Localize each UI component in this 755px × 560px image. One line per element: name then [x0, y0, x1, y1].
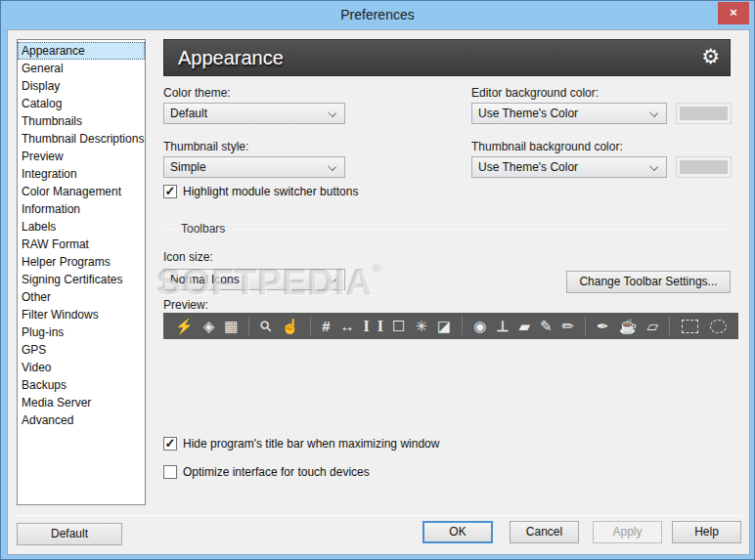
crop-icon: # — [322, 319, 330, 333]
fill-bucket-icon: ☕ — [619, 319, 638, 333]
sidebar-item-signing-certificates[interactable]: Signing Certificates — [18, 271, 145, 288]
add-brush-icon: ✏ — [562, 319, 575, 333]
sidebar-item-appearance[interactable]: Appearance — [18, 42, 145, 60]
preview-toolbar: ⚡◈▦⚲☝#↔II☐✳◪◉⊥▰✎✏✒☕▱ — [163, 313, 738, 339]
hide-titlebar-checkbox[interactable]: ✓ Hide program's title bar when maximizi… — [163, 437, 439, 451]
sidebar-item-media-server[interactable]: Media Server — [18, 394, 145, 411]
thumbnail-style-value: Simple — [170, 160, 206, 174]
heal-brush-icon: ✎ — [540, 319, 553, 333]
divider-line — [163, 229, 175, 230]
preferences-window: Preferences × AppearanceGeneralDisplayCa… — [0, 0, 755, 560]
paint-brush-icon: ✒ — [597, 319, 609, 333]
selection-handles-icon: ☐ — [392, 319, 405, 333]
chevron-down-icon — [649, 162, 658, 171]
optimize-touch-checkbox[interactable]: Optimize interface for touch devices — [163, 465, 370, 479]
change-toolbar-settings-button[interactable]: Change Toolbar Settings... — [566, 271, 731, 293]
close-button[interactable]: × — [718, 2, 749, 24]
thumbnail-bg-value: Use Theme's Color — [478, 160, 578, 174]
sidebar-item-backups[interactable]: Backups — [18, 376, 145, 394]
ok-button[interactable]: OK — [422, 521, 493, 543]
editor-bg-dropdown[interactable]: Use Theme's Color — [471, 103, 667, 124]
straighten-icon: ↔ — [340, 319, 355, 333]
chevron-down-icon — [328, 162, 336, 171]
apply-button[interactable]: Apply — [593, 521, 662, 543]
toolbars-group-divider: Toolbars — [163, 222, 731, 236]
sidebar-item-gps[interactable]: GPS — [18, 341, 145, 359]
editor-bg-label: Editor background color: — [471, 86, 599, 100]
page-title: Appearance — [164, 47, 284, 69]
cancel-button[interactable]: Cancel — [510, 521, 579, 543]
sidebar-item-color-management[interactable]: Color Management — [18, 183, 145, 200]
color-theme-label: Color theme: — [163, 86, 231, 100]
smooth-iron-icon: ▰ — [518, 319, 530, 333]
adjust-panel-icon: ▦ — [224, 319, 238, 333]
chevron-down-icon — [649, 108, 658, 117]
clone-stamp-icon: ⊥ — [496, 319, 509, 333]
section-header: Appearance ⚙ — [163, 39, 731, 76]
help-button[interactable]: Help — [672, 521, 741, 543]
thumbnail-bg-dropdown[interactable]: Use Theme's Color — [471, 156, 667, 178]
sidebar-item-other[interactable]: Other — [18, 288, 145, 306]
sidebar-item-filter-windows[interactable]: Filter Windows — [18, 306, 145, 323]
checkbox-box[interactable]: ✓ — [163, 185, 177, 198]
editor-bg-value: Use Theme's Color — [478, 107, 578, 120]
sidebar-item-display[interactable]: Display — [18, 77, 145, 95]
zoom-icon: ⚲ — [257, 317, 275, 334]
thumbnail-style-dropdown[interactable]: Simple — [163, 156, 345, 178]
separator — [669, 317, 670, 335]
gear-icon: ⚙ — [701, 45, 720, 68]
checkbox-label: Optimize interface for touch devices — [183, 465, 370, 479]
toolbars-group-label: Toolbars — [181, 222, 225, 236]
thumbnail-bg-color-swatch — [676, 156, 732, 178]
ellipse-select-icon — [710, 320, 727, 333]
sidebar-item-raw-format[interactable]: RAW Format — [18, 236, 145, 253]
sidebar-item-preview[interactable]: Preview — [18, 148, 145, 165]
sidebar-item-labels[interactable]: Labels — [18, 218, 145, 236]
chevron-down-icon — [328, 275, 336, 283]
chevron-down-icon — [328, 108, 336, 117]
divider-line — [233, 229, 731, 230]
icon-size-dropdown[interactable]: Normal Icons — [163, 269, 345, 290]
color-theme-value: Default — [170, 107, 207, 120]
preview-label: Preview: — [163, 298, 208, 312]
checkbox-label: Highlight module switcher buttons — [183, 185, 358, 198]
sidebar-item-advanced[interactable]: Advanced — [18, 411, 145, 429]
separator — [585, 317, 586, 335]
sidebar-item-integration[interactable]: Integration — [18, 165, 145, 183]
swatch-fill — [680, 107, 728, 120]
highlight-module-switcher-checkbox[interactable]: ✓ Highlight module switcher buttons — [163, 185, 358, 198]
sidebar-item-catalog[interactable]: Catalog — [18, 95, 145, 112]
sidebar-item-general[interactable]: General — [18, 60, 145, 77]
color-wheel-icon: ◈ — [203, 319, 215, 333]
editor-bg-color-swatch — [676, 103, 732, 124]
separator — [310, 317, 311, 335]
icon-size-value: Normal Icons — [170, 273, 240, 286]
sidebar-item-video[interactable]: Video — [18, 359, 145, 376]
checkbox-box[interactable] — [163, 465, 177, 479]
close-icon: × — [730, 5, 737, 20]
rect-select-icon — [682, 320, 698, 333]
ibeam-vertical2-icon: I — [378, 319, 383, 334]
red-eye-icon: ◉ — [473, 319, 486, 333]
mesh-warp-icon: ✳ — [415, 319, 427, 333]
thumbnail-bg-label: Thumbnail background color: — [471, 140, 623, 153]
sidebar-item-information[interactable]: Information — [18, 200, 145, 218]
window-title: Preferences — [1, 1, 754, 28]
dialog-content: AppearanceGeneralDisplayCatalogThumbnail… — [7, 29, 750, 555]
sidebar-item-helper-programs[interactable]: Helper Programs — [18, 253, 145, 271]
separator — [462, 317, 463, 335]
pan-hand-icon: ☝ — [281, 319, 299, 333]
preferences-category-list: AppearanceGeneralDisplayCatalogThumbnail… — [17, 39, 146, 505]
default-button[interactable]: Default — [17, 523, 122, 545]
sidebar-item-plug-ins[interactable]: Plug-ins — [18, 323, 145, 341]
eraser-icon: ▱ — [646, 319, 658, 333]
sidebar-item-thumbnails[interactable]: Thumbnails — [18, 112, 145, 130]
sidebar-item-thumbnail-descriptions[interactable]: Thumbnail Descriptions — [18, 130, 145, 148]
icon-size-label: Icon size: — [163, 250, 213, 264]
checkbox-box[interactable]: ✓ — [163, 437, 177, 451]
thumbnail-style-label: Thumbnail style: — [163, 140, 248, 153]
ibeam-vertical-icon: I — [364, 319, 370, 334]
swatch-fill — [680, 160, 728, 174]
color-theme-dropdown[interactable]: Default — [163, 103, 345, 124]
title-bar[interactable]: Preferences — [1, 1, 754, 29]
